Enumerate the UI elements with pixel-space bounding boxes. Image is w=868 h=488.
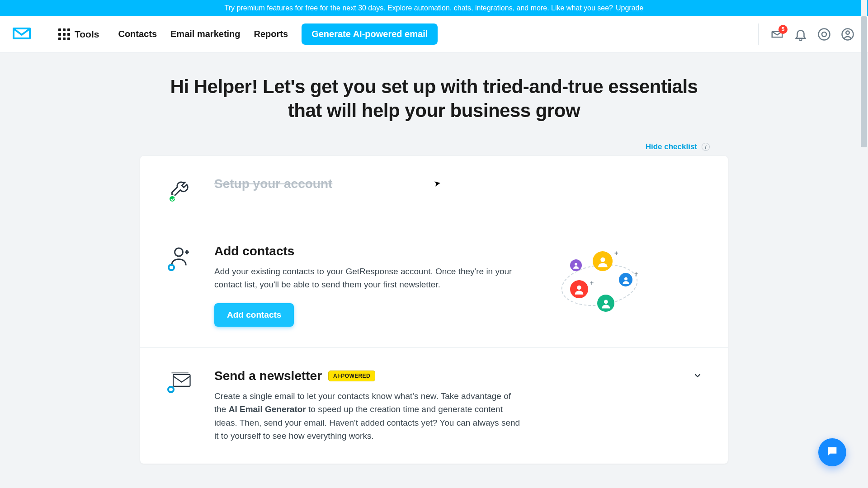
envelope-stack-icon (168, 369, 193, 392)
step-title: Setup your account (214, 177, 522, 191)
chevron-down-icon[interactable] (693, 371, 703, 382)
notification-badge: 5 (778, 25, 788, 34)
svg-point-9 (604, 300, 608, 304)
svg-point-4 (175, 248, 183, 256)
step-title-text: Send a newsletter (214, 369, 322, 383)
step-title: Send a newsletter AI-POWERED (214, 369, 522, 383)
check-complete-icon (168, 195, 176, 203)
bell-icon[interactable] (793, 27, 808, 42)
inbox-icon[interactable]: 5 (769, 27, 785, 42)
upgrade-link[interactable]: Upgrade (616, 4, 643, 12)
svg-point-7 (577, 286, 581, 290)
svg-point-8 (624, 277, 627, 280)
nav-link-reports[interactable]: Reports (254, 29, 288, 39)
primary-nav: Contacts Email marketing Reports Generat… (118, 23, 438, 45)
hide-checklist-button[interactable]: Hide checklist (646, 142, 697, 151)
divider (758, 23, 759, 45)
svg-point-1 (822, 32, 826, 37)
nav-link-contacts[interactable]: Contacts (118, 29, 157, 39)
add-person-icon (169, 244, 193, 270)
status-active-icon (167, 386, 175, 393)
checklist-step-setup-account[interactable]: Setup your account (140, 156, 728, 223)
page-title: Hi Helper! Let's get you set up with tri… (163, 75, 705, 122)
apps-grid-icon (58, 28, 70, 40)
step-title: Add contacts (214, 244, 522, 258)
step-desc-bold: AI Email Generator (229, 404, 306, 414)
help-icon[interactable] (816, 27, 832, 42)
brand-logo-icon[interactable] (13, 27, 31, 42)
promo-banner: Try premium features for free for the ne… (0, 0, 868, 16)
svg-rect-10 (173, 375, 190, 386)
wrench-icon (169, 177, 193, 202)
info-icon[interactable]: i (702, 143, 710, 151)
onboarding-checklist-card: Setup your account Add contacts Add your… (140, 156, 728, 464)
svg-point-3 (846, 31, 849, 34)
generate-ai-email-button[interactable]: Generate AI-powered email (302, 23, 438, 45)
add-contacts-button[interactable]: Add contacts (214, 303, 294, 327)
chat-bubble-icon (826, 445, 839, 460)
svg-point-0 (819, 28, 830, 40)
checklist-step-send-newsletter[interactable]: Send a newsletter AI-POWERED Create a si… (140, 348, 728, 464)
divider (49, 25, 49, 43)
tools-label: Tools (75, 29, 99, 40)
header-utilities: 5 (755, 23, 855, 45)
checklist-step-add-contacts: Add contacts Add your existing contacts … (140, 223, 728, 348)
main-content: Hi Helper! Let's get you set up with tri… (0, 52, 868, 488)
step-description: Add your existing contacts to your GetRe… (214, 265, 522, 291)
chat-fab-button[interactable] (818, 438, 846, 466)
checklist-toggle-row: Hide checklist i (140, 142, 728, 151)
step-description: Create a single email to let your contac… (214, 389, 522, 443)
app-header: Tools Contacts Email marketing Reports G… (0, 16, 868, 52)
nav-link-email-marketing[interactable]: Email marketing (170, 29, 241, 39)
status-active-icon (168, 264, 175, 271)
ai-powered-badge: AI-POWERED (328, 371, 375, 381)
contacts-illustration: + + + (541, 244, 658, 327)
account-icon[interactable] (840, 27, 855, 42)
svg-point-5 (600, 257, 605, 262)
tools-menu-button[interactable]: Tools (58, 28, 99, 40)
vertical-scrollbar-thumb[interactable] (861, 16, 867, 147)
promo-text: Try premium features for free for the ne… (225, 4, 613, 12)
svg-point-6 (575, 263, 577, 266)
